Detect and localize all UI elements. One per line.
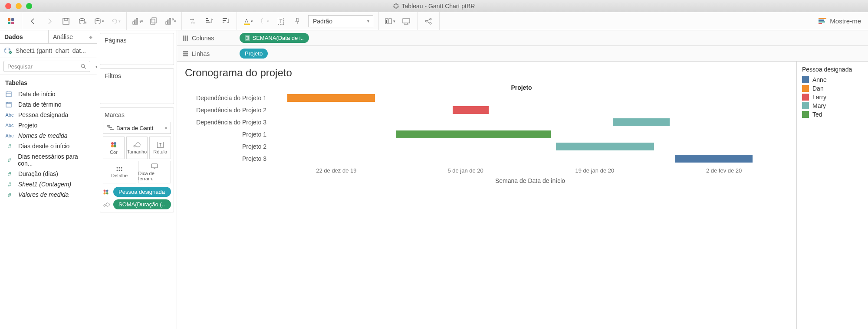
gantt-bar[interactable] (453, 106, 489, 114)
mark-color-button[interactable]: Cor (103, 137, 125, 159)
field-item[interactable]: AbcProjeto (0, 120, 97, 130)
svg-rect-17 (151, 19, 155, 24)
sort-desc-button[interactable] (220, 16, 231, 27)
svg-rect-51 (107, 125, 110, 127)
svg-point-35 (430, 23, 431, 24)
gantt-row-label[interactable]: Projeto 3 (185, 153, 272, 165)
mark-label-button[interactable]: T Rótulo (149, 137, 171, 159)
legend-item[interactable]: Ted (802, 110, 863, 119)
show-me-button[interactable]: Mostre-me (819, 17, 868, 25)
text-label-button[interactable]: T (275, 16, 286, 27)
rows-pill[interactable]: Projeto (240, 49, 268, 59)
marks-card: Marcas Barra de Gantt Cor Tamanho T Rótu… (100, 107, 174, 212)
gantt-bar[interactable] (396, 130, 551, 138)
svg-rect-73 (183, 36, 184, 41)
svg-rect-49 (6, 92, 11, 97)
tableau-logo[interactable] (5, 16, 16, 27)
duplicate-button[interactable] (148, 16, 160, 27)
field-item[interactable]: #Sheet1 (Contagem) (0, 179, 97, 189)
field-label: Dias necessários para con... (18, 153, 92, 167)
field-item[interactable]: #Duração (dias) (0, 169, 97, 179)
clear-button[interactable]: ✕▾ (165, 16, 176, 27)
save-button[interactable] (60, 16, 72, 27)
gantt-row-label[interactable]: Projeto 1 (185, 128, 272, 140)
mark-size-button[interactable]: Tamanho (126, 137, 148, 159)
mark-type-select[interactable]: Barra de Gantt (103, 122, 171, 134)
fit-select[interactable]: Padrão (308, 15, 373, 27)
pin-button[interactable] (292, 16, 303, 27)
maximize-icon[interactable] (26, 3, 32, 9)
mark-pill[interactable]: Pessoa designada (113, 187, 171, 197)
columns-shelf[interactable]: Colunas ⊞SEMANA(Data de i.. (177, 30, 868, 46)
gantt-bar[interactable] (675, 155, 753, 163)
presentation-button[interactable] (401, 16, 412, 27)
gantt-bar[interactable] (556, 143, 654, 150)
legend-swatch (802, 94, 809, 101)
refresh-button[interactable]: ▾ (93, 16, 105, 27)
filters-shelf[interactable]: Filtros (100, 68, 174, 104)
svg-rect-36 (819, 18, 826, 19)
sort-asc-button[interactable] (204, 16, 215, 27)
x-tick-label: 19 de jan de 20 (530, 167, 660, 174)
gantt-row-label[interactable]: Dependência do Projeto 1 (185, 92, 272, 104)
search-input[interactable] (3, 61, 90, 72)
legend-item[interactable]: Mary (802, 101, 863, 110)
new-worksheet-button[interactable]: +▾ (132, 16, 143, 27)
legend-item[interactable]: Dan (802, 84, 863, 93)
legend-item[interactable]: Larry (802, 93, 863, 101)
mark-detail-button[interactable]: Detalhe (103, 161, 136, 183)
swap-button[interactable] (187, 16, 198, 27)
rows-shelf[interactable]: Linhas Projeto (177, 46, 868, 62)
color-icon (110, 141, 117, 148)
group-button[interactable]: ▾ (259, 16, 270, 27)
svg-rect-76 (183, 51, 188, 52)
pages-shelf[interactable]: Páginas (100, 33, 174, 65)
gantt-row-label[interactable]: Dependência do Projeto 3 (185, 116, 272, 128)
field-item[interactable]: #Dias necessários para con... (0, 151, 97, 169)
chart-title[interactable]: Cronograma do projeto (185, 67, 789, 79)
svg-rect-78 (183, 55, 188, 56)
undo-button[interactable]: ▾ (110, 16, 121, 27)
forward-button[interactable] (44, 16, 55, 27)
svg-rect-77 (183, 53, 188, 54)
show-cards-button[interactable]: ▾ (384, 16, 395, 27)
tab-data[interactable]: Dados (0, 30, 49, 43)
svg-rect-26 (223, 18, 227, 19)
minimize-icon[interactable] (16, 3, 22, 9)
svg-point-57 (114, 145, 116, 147)
tables-header: Tabelas (0, 77, 97, 89)
field-item[interactable]: Data de término (0, 99, 97, 110)
field-item[interactable]: #Dias desde o início (0, 141, 97, 151)
svg-rect-5 (398, 4, 398, 5)
close-icon[interactable] (5, 3, 11, 9)
legend-card[interactable]: Pessoa designada AnneDanLarryMaryTed (797, 62, 868, 329)
gantt-bar[interactable] (613, 118, 670, 126)
share-button[interactable] (423, 16, 434, 27)
tab-analysis[interactable]: Análise◆ (49, 30, 97, 43)
columns-pill[interactable]: ⊞SEMANA(Data de i.. (240, 33, 309, 43)
field-item[interactable]: AbcNomes de medida (0, 130, 97, 141)
legend-item[interactable]: Anne (802, 75, 863, 84)
field-item[interactable]: #Valores de medida (0, 189, 97, 200)
field-label: Dias desde o início (18, 143, 69, 150)
mark-tooltip-button[interactable]: Dica de ferram. (138, 161, 171, 183)
mark-pill[interactable]: SOMA(Duração (.. (113, 199, 171, 209)
svg-point-40 (5, 48, 10, 50)
svg-rect-7 (398, 7, 398, 8)
data-source-item[interactable]: Sheet1 (gantt_chart_dat... (0, 44, 97, 58)
new-data-source-button[interactable]: + (77, 16, 88, 27)
svg-rect-1 (396, 7, 397, 9)
svg-text:+: + (85, 20, 86, 25)
field-item[interactable]: Data de início (0, 89, 97, 99)
gantt-bar[interactable] (287, 94, 375, 102)
field-item[interactable]: AbcPessoa designada (0, 110, 97, 120)
svg-rect-30 (386, 20, 387, 23)
back-button[interactable] (27, 16, 39, 27)
chart-view[interactable]: Cronograma do projeto Projeto Dependênci… (177, 62, 797, 329)
gantt-row-label[interactable]: Projeto 2 (185, 140, 272, 153)
gantt-row-label[interactable]: Dependência do Projeto 2 (185, 104, 272, 116)
svg-rect-6 (394, 7, 395, 8)
size-icon (133, 142, 141, 148)
svg-point-72 (106, 203, 109, 206)
highlight-button[interactable]: ▾ (242, 16, 253, 27)
